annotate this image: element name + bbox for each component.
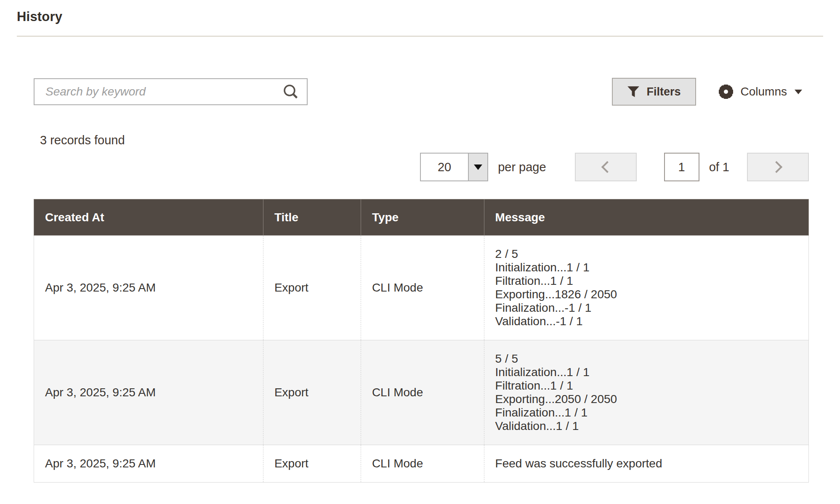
per-page-value: 20 [421,154,468,180]
caret-down-icon [474,164,482,170]
chevron-left-icon [601,161,613,173]
history-grid-area: Filters Columns 3 records found 20 [34,78,809,483]
cell-message: Feed was successfully exported [484,445,808,483]
chevron-right-icon [770,161,782,173]
per-page-caret-zone [468,154,487,180]
cell-type: CLI Mode [361,236,484,340]
next-page-button[interactable] [747,153,809,181]
per-page-select[interactable]: 20 [420,153,488,181]
cell-type: CLI Mode [361,445,484,483]
table-row: Apr 3, 2025, 9:25 AM Export CLI Mode Fee… [34,445,809,483]
filters-button[interactable]: Filters [612,78,696,106]
cell-message: 2 / 5 Initialization...1 / 1 Filtration.… [484,236,808,340]
filter-funnel-icon [627,85,640,98]
columns-label: Columns [741,85,787,98]
cell-title: Export [263,340,361,445]
pagination-bar: 20 per page of 1 [34,153,809,181]
title-divider [17,36,823,37]
prev-page-button[interactable] [575,153,637,181]
total-pages-label: of 1 [709,160,729,174]
table-row: Apr 3, 2025, 9:25 AM Export CLI Mode 2 /… [34,236,809,340]
search-icon[interactable] [282,83,299,100]
toolbar-actions: Filters Columns [612,78,809,106]
cell-created-at: Apr 3, 2025, 9:25 AM [34,340,263,445]
cell-message: 5 / 5 Initialization...1 / 1 Filtration.… [484,340,808,445]
cell-type: CLI Mode [361,340,484,445]
chevron-down-icon [795,90,802,94]
filters-button-label: Filters [646,85,681,98]
per-page-label: per page [498,160,546,174]
column-header-type[interactable]: Type [361,199,484,236]
gear-icon [718,84,734,100]
column-header-created-at[interactable]: Created At [34,199,263,236]
history-page: History [0,0,840,483]
grid-toolbar: Filters Columns [34,78,809,106]
search-box [34,78,308,105]
columns-control[interactable]: Columns [718,84,802,100]
table-row: Apr 3, 2025, 9:25 AM Export CLI Mode 5 /… [34,340,809,445]
search-input[interactable] [35,79,307,104]
records-count: 3 records found [34,133,809,147]
page-number-input[interactable] [664,153,699,181]
cell-title: Export [263,445,361,483]
column-header-message[interactable]: Message [484,199,808,236]
column-header-title[interactable]: Title [263,199,361,236]
table-header-row: Created At Title Type Message [34,199,809,236]
page-title: History [17,9,823,24]
cell-created-at: Apr 3, 2025, 9:25 AM [34,445,263,483]
cell-created-at: Apr 3, 2025, 9:25 AM [34,236,263,340]
history-table: Created At Title Type Message Apr 3, 202… [34,199,809,483]
cell-title: Export [263,236,361,340]
